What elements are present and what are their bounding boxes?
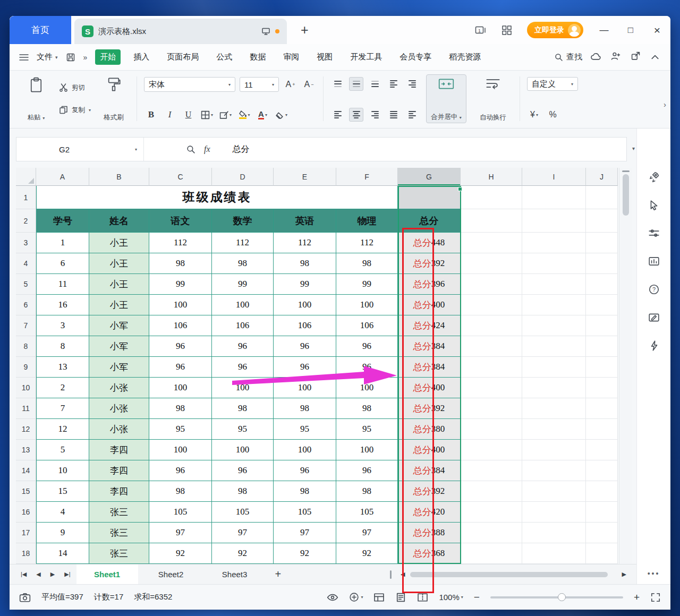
cell-name[interactable]: 小王: [89, 253, 149, 274]
row-header-13[interactable]: 13: [16, 440, 36, 460]
cell-score[interactable]: 106: [336, 315, 398, 336]
cell-score[interactable]: 100: [274, 440, 336, 460]
cell-empty[interactable]: [461, 543, 522, 564]
scroll-left-icon[interactable]: ◀: [398, 571, 407, 578]
decrease-indent-icon[interactable]: [386, 77, 401, 91]
zoom-slider-thumb[interactable]: [558, 593, 566, 601]
template-board-icon[interactable]: [647, 254, 661, 268]
font-color-button[interactable]: A▾: [256, 108, 270, 122]
cell-score[interactable]: 96: [149, 336, 212, 357]
help-icon[interactable]: ?: [647, 283, 661, 296]
cell-score[interactable]: 96: [274, 460, 336, 481]
tab-sheet2[interactable]: Sheet2: [140, 564, 202, 584]
cell-score[interactable]: 112: [274, 233, 336, 253]
cell-score[interactable]: 105: [336, 502, 398, 523]
cell-empty[interactable]: [461, 336, 522, 357]
cell-total[interactable]: 总分384: [398, 357, 461, 378]
scroll-right-icon[interactable]: ▶: [619, 571, 629, 578]
feedback-pen-icon[interactable]: [647, 311, 661, 324]
cell-score[interactable]: 96: [336, 357, 398, 378]
vertical-scrollbar[interactable]: [619, 168, 632, 564]
cell-score[interactable]: 97: [149, 523, 212, 543]
last-sheet-icon[interactable]: ▶|: [61, 571, 74, 578]
distribute-icon[interactable]: [405, 108, 419, 122]
cell-student-id[interactable]: 14: [36, 543, 89, 564]
column-header-E[interactable]: E: [274, 168, 336, 186]
horizontal-scrollbar[interactable]: [410, 571, 617, 578]
row-header-17[interactable]: 17: [16, 523, 36, 543]
cell-empty[interactable]: [522, 543, 586, 564]
share-user-icon[interactable]: [610, 52, 622, 63]
page-layout-view-icon[interactable]: [395, 593, 406, 602]
cell-name[interactable]: 小张: [89, 398, 149, 419]
cell-score[interactable]: 106: [274, 315, 336, 336]
cell-score[interactable]: 99: [149, 274, 212, 295]
row-header-6[interactable]: 6: [16, 295, 36, 315]
eraser-button[interactable]: ▾: [274, 108, 288, 122]
align-bottom-icon[interactable]: [368, 77, 382, 91]
cell-score[interactable]: 95: [212, 419, 274, 440]
cell-empty[interactable]: [586, 357, 618, 378]
bold-button[interactable]: B: [144, 108, 158, 122]
cell-empty[interactable]: [586, 543, 618, 564]
cell-total[interactable]: 总分380: [398, 419, 461, 440]
cell-student-id[interactable]: 13: [36, 357, 89, 378]
more-tools-icon[interactable]: •••: [648, 569, 660, 578]
paste-button[interactable]: 粘贴 ▾: [20, 74, 52, 123]
cell-empty[interactable]: [586, 523, 618, 543]
cell-score[interactable]: 100: [212, 440, 274, 460]
cell-empty[interactable]: [461, 186, 522, 209]
cell-empty[interactable]: [461, 502, 522, 523]
cell-score[interactable]: 96: [274, 336, 336, 357]
cell-empty[interactable]: [586, 378, 618, 398]
cell-score[interactable]: 100: [212, 295, 274, 315]
row-header-4[interactable]: 4: [16, 253, 36, 274]
increase-font-icon[interactable]: A+: [283, 78, 298, 91]
menu-tab-member[interactable]: 会员专享: [395, 49, 436, 65]
cell-empty[interactable]: [586, 315, 618, 336]
cell-score[interactable]: 96: [212, 336, 274, 357]
header-cell-1[interactable]: 学号: [36, 209, 89, 233]
cell-score[interactable]: 98: [336, 253, 398, 274]
cell-empty[interactable]: [586, 336, 618, 357]
header-cell-7[interactable]: 总分: [398, 209, 461, 233]
cell-student-id[interactable]: 15: [36, 481, 89, 502]
borders-button[interactable]: ▾: [200, 108, 214, 122]
italic-button[interactable]: I: [163, 108, 177, 122]
cell-score[interactable]: 98: [212, 398, 274, 419]
cell-name[interactable]: 李四: [89, 440, 149, 460]
tab-sheet1[interactable]: Sheet1: [76, 564, 138, 584]
cell-empty[interactable]: [461, 440, 522, 460]
row-header-3[interactable]: 3: [16, 233, 36, 253]
cell-total[interactable]: 总分420: [398, 502, 461, 523]
menu-tab-view[interactable]: 视图: [312, 49, 337, 65]
cell-empty[interactable]: [461, 253, 522, 274]
cell-score[interactable]: 92: [274, 543, 336, 564]
justify-icon[interactable]: [386, 108, 401, 122]
cell-empty[interactable]: [461, 481, 522, 502]
cell-empty[interactable]: [586, 274, 618, 295]
cell-score[interactable]: 100: [274, 295, 336, 315]
cell-total[interactable]: 总分392: [398, 253, 461, 274]
zoom-in-button[interactable]: +: [634, 592, 640, 603]
file-menu[interactable]: 文件▾: [37, 52, 58, 62]
cell-name[interactable]: 张三: [89, 543, 149, 564]
cell-total[interactable]: 总分368: [398, 543, 461, 564]
cell-student-id[interactable]: 6: [36, 253, 89, 274]
cell-empty[interactable]: [461, 209, 522, 233]
cell-empty[interactable]: [522, 315, 586, 336]
align-right-icon[interactable]: [368, 108, 382, 122]
column-header-J[interactable]: J: [586, 168, 618, 186]
cell-student-id[interactable]: 2: [36, 378, 89, 398]
cell-score[interactable]: 96: [212, 357, 274, 378]
row-header-10[interactable]: 10: [16, 378, 36, 398]
cell-score[interactable]: 99: [212, 274, 274, 295]
cell-score[interactable]: 100: [336, 440, 398, 460]
cell-name[interactable]: 小军: [89, 336, 149, 357]
cell-score[interactable]: 112: [149, 233, 212, 253]
menu-tab-data[interactable]: 数据: [245, 49, 270, 65]
cell-score[interactable]: 96: [149, 357, 212, 378]
cell-student-id[interactable]: 3: [36, 315, 89, 336]
cell-empty[interactable]: [522, 186, 586, 209]
cell-empty[interactable]: [522, 419, 586, 440]
